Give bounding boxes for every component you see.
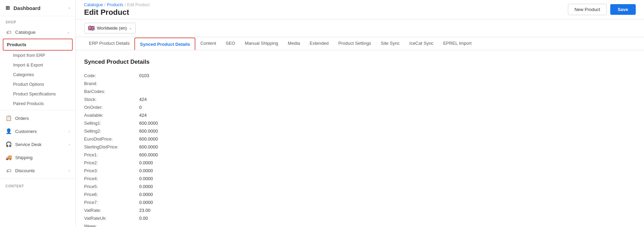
- detail-value: 0.0000: [139, 175, 256, 183]
- sidebar-dashboard-item[interactable]: ⊞ Dashboard ›: [0, 0, 75, 16]
- tab-erp[interactable]: ERP Product Details: [84, 37, 134, 50]
- save-button[interactable]: Save: [610, 4, 636, 15]
- detail-value: [139, 222, 256, 227]
- top-bar: Catalogue / Products / Edit Product Edit…: [76, 0, 644, 19]
- breadcrumb-products[interactable]: Products: [107, 2, 123, 7]
- detail-label: VatRateUk:: [84, 214, 139, 222]
- content-area: Synced Product Details Code:0103Brand:Ba…: [76, 50, 644, 227]
- breadcrumb-catalogue[interactable]: Catalogue: [84, 2, 103, 7]
- content-section-label: CONTENT: [0, 180, 75, 189]
- detail-value: [139, 80, 256, 87]
- orders-icon: 📋: [6, 115, 12, 121]
- detail-value: 424: [139, 95, 256, 103]
- discounts-label: Discounts: [15, 168, 35, 173]
- detail-label: Price5:: [84, 183, 139, 190]
- catalogue-label: Catalogue: [15, 30, 35, 35]
- header-left: Catalogue / Products / Edit Product Edit…: [84, 2, 150, 17]
- tab-icecat-sync[interactable]: IceCat Sync: [405, 37, 438, 50]
- locale-chevron-icon: ⌄: [129, 26, 132, 30]
- detail-label: Brand:: [84, 80, 139, 87]
- detail-value: 0.0000: [139, 167, 256, 175]
- customers-icon: 👤: [6, 128, 12, 134]
- sidebar-item-paired-products[interactable]: Paired Products: [0, 99, 75, 109]
- dashboard-chevron-icon: ›: [69, 6, 70, 10]
- section-title: Synced Product Details: [84, 59, 636, 65]
- customers-label: Customers: [15, 129, 37, 134]
- detail-value: 600.0000: [139, 127, 256, 135]
- shipping-label: Shipping: [15, 155, 33, 160]
- detail-value: 0: [139, 103, 256, 111]
- tab-site-sync[interactable]: Site Sync: [376, 37, 405, 50]
- detail-value: 0.0000: [139, 183, 256, 190]
- tab-seo[interactable]: SEO: [221, 37, 240, 50]
- breadcrumb: Catalogue / Products / Edit Product: [84, 2, 150, 7]
- sidebar-item-catalogue[interactable]: 🏷 Catalogue ⌄: [0, 25, 75, 39]
- sidebar-item-products[interactable]: Products: [3, 39, 73, 51]
- detail-value: 0.00: [139, 214, 256, 222]
- detail-value: 0.0000: [139, 198, 256, 206]
- service-desk-chevron-icon: ›: [69, 142, 70, 146]
- divider-1: [0, 110, 75, 110]
- detail-label: Selling1:: [84, 119, 139, 127]
- breadcrumb-current: Edit Product: [127, 2, 150, 7]
- shipping-icon: 🚚: [6, 154, 12, 161]
- sidebar: ⊞ Dashboard › SHOP 🏷 Catalogue ⌄ Product…: [0, 0, 76, 227]
- tab-extended[interactable]: Extended: [305, 37, 334, 50]
- sidebar-item-service-desk[interactable]: 🎧 Service Desk ›: [0, 138, 75, 151]
- header-right: New Product Save: [568, 4, 636, 15]
- sidebar-scroll: SHOP 🏷 Catalogue ⌄ Products Import from …: [0, 16, 75, 227]
- new-product-button[interactable]: New Product: [568, 4, 606, 15]
- detail-value: 424: [139, 111, 256, 119]
- detail-label: VatRate:: [84, 206, 139, 214]
- detail-value: [139, 87, 256, 95]
- discounts-chevron-icon: ›: [69, 168, 70, 173]
- detail-label: OnOrder:: [84, 103, 139, 111]
- locale-selector[interactable]: 🇬🇧 Worldwide (en) ⌄: [84, 23, 136, 33]
- sidebar-item-orders[interactable]: 📋 Orders: [0, 112, 75, 125]
- detail-label: Price4:: [84, 175, 139, 183]
- tab-manual-shipping[interactable]: Manual Shipping: [240, 37, 283, 50]
- detail-label: Price7:: [84, 198, 139, 206]
- tab-content[interactable]: Content: [195, 37, 221, 50]
- catalogue-chevron-icon: ⌄: [67, 30, 70, 34]
- sidebar-item-categories[interactable]: Categories: [0, 70, 75, 80]
- page-title: Edit Product: [84, 8, 150, 17]
- locale-flag: 🇬🇧: [88, 25, 95, 31]
- detail-label: SterlingDistPrice:: [84, 143, 139, 151]
- tab-synced[interactable]: Synced Product Details: [134, 38, 195, 50]
- detail-label: Price2:: [84, 159, 139, 167]
- sidebar-item-product-specifications[interactable]: Product Specifications: [0, 89, 75, 99]
- detail-value: 0103: [139, 72, 256, 80]
- shop-section-label: SHOP: [0, 16, 75, 25]
- service-desk-label: Service Desk: [15, 142, 42, 147]
- detail-label: Available:: [84, 111, 139, 119]
- sidebar-item-product-options[interactable]: Product Options: [0, 80, 75, 89]
- sidebar-item-shipping[interactable]: 🚚 Shipping: [0, 151, 75, 164]
- products-label: Products: [7, 42, 26, 47]
- catalogue-icon: 🏷: [6, 29, 12, 35]
- sidebar-item-import-erp[interactable]: Import from ERP: [0, 51, 75, 60]
- dashboard-icon: ⊞: [6, 5, 10, 11]
- dashboard-label: Dashboard: [13, 5, 40, 11]
- customers-chevron-icon: ›: [69, 129, 70, 133]
- detail-label: Selling2:: [84, 127, 139, 135]
- main-content: Catalogue / Products / Edit Product Edit…: [76, 0, 644, 227]
- service-desk-icon: 🎧: [6, 141, 12, 147]
- sidebar-item-import-export[interactable]: Import & Export: [0, 60, 75, 70]
- tab-eprel-import[interactable]: EPREL Import: [438, 37, 477, 50]
- detail-value: 600.0000: [139, 119, 256, 127]
- detail-label: Price3:: [84, 167, 139, 175]
- detail-label: Stock:: [84, 95, 139, 103]
- sidebar-item-discounts[interactable]: 🏷 Discounts ›: [0, 164, 75, 177]
- details-table: Code:0103Brand:BarCodes:Stock:424OnOrder…: [84, 72, 256, 227]
- detail-value: 0.0000: [139, 190, 256, 198]
- breadcrumb-sep-1: /: [104, 2, 105, 7]
- detail-label: Price6:: [84, 190, 139, 198]
- sidebar-item-customers[interactable]: 👤 Customers ›: [0, 125, 75, 138]
- detail-label: Price1:: [84, 151, 139, 159]
- detail-value: 600.0000: [139, 151, 256, 159]
- locale-label: Worldwide (en): [97, 25, 127, 31]
- tab-product-settings[interactable]: Product Settings: [334, 37, 376, 50]
- tab-media[interactable]: Media: [283, 37, 305, 50]
- discounts-icon: 🏷: [6, 167, 12, 174]
